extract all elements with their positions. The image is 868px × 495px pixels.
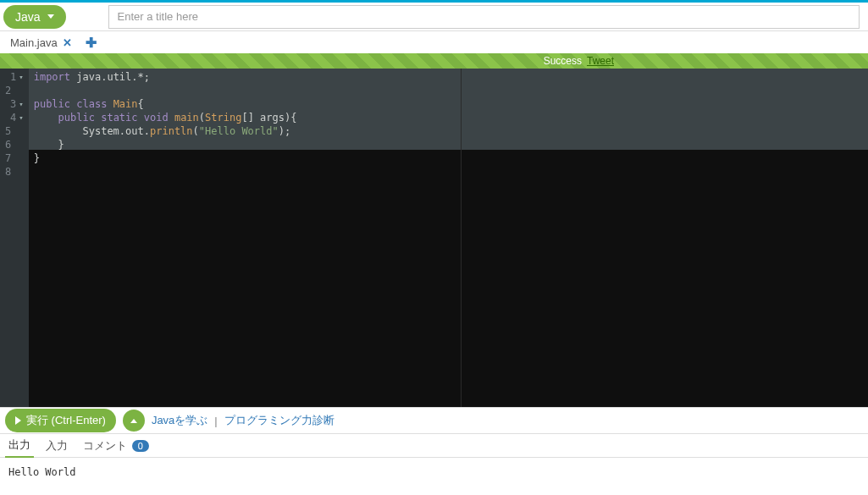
io-tabs: 出力 入力 コメント 0 [0, 434, 868, 458]
editor-gutter: 1 ▾2 3 ▾4 ▾5 6 7 8 [0, 69, 29, 407]
chevron-down-icon [47, 14, 54, 19]
code-content[interactable]: import java.util.*; public class Main{ p… [29, 69, 868, 179]
tab-comment[interactable]: コメント 0 [80, 435, 152, 457]
title-input[interactable] [108, 5, 860, 29]
run-toolbar: 実行 (Ctrl-Enter) Javaを学ぶ | プログラミング力診断 [0, 407, 868, 434]
tweet-link[interactable]: Tweet [587, 55, 614, 67]
comment-count-badge: 0 [132, 440, 149, 452]
code-editor[interactable]: 1 ▾2 3 ▾4 ▾5 6 7 8 import java.util.*; p… [0, 69, 868, 407]
file-tab-label: Main.java [10, 36, 58, 49]
programming-diagnosis-link[interactable]: プログラミング力診断 [224, 413, 334, 428]
file-tab[interactable]: Main.java ✕ [7, 35, 75, 51]
language-selector[interactable]: Java [3, 5, 66, 29]
run-options-button[interactable] [123, 410, 145, 432]
chevron-up-icon [130, 419, 137, 423]
header-row: Java [0, 3, 868, 31]
tab-input[interactable]: 入力 [42, 435, 71, 457]
add-tab-button[interactable]: ✚ [86, 35, 97, 51]
run-button[interactable]: 実行 (Ctrl-Enter) [5, 409, 116, 432]
file-tabs-row: Main.java ✕ ✚ [0, 31, 868, 53]
learn-java-link[interactable]: Javaを学ぶ [152, 413, 207, 428]
tab-comment-label: コメント [83, 439, 127, 452]
play-icon [15, 416, 21, 425]
output-panel: Hello World [0, 458, 868, 487]
close-icon[interactable]: ✕ [63, 36, 72, 49]
run-button-label: 実行 (Ctrl-Enter) [26, 413, 106, 428]
tab-output[interactable]: 出力 [5, 434, 34, 458]
editor-code-area[interactable]: import java.util.*; public class Main{ p… [29, 69, 868, 407]
status-bar: Success Tweet [0, 53, 868, 69]
language-label: Java [15, 10, 41, 24]
status-text: Success [544, 55, 582, 67]
link-separator: | [214, 415, 217, 427]
